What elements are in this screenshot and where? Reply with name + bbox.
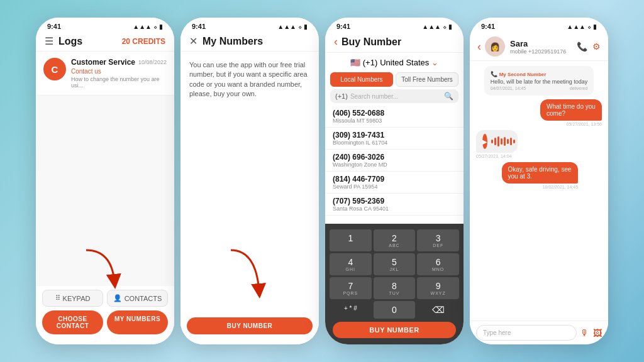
choose-contact-button[interactable]: CHOOSE CONTACT (42, 310, 103, 334)
contacts-btn[interactable]: 👤 CONTACTS (107, 290, 168, 307)
status-bar-3: 9:41 ▲▲▲ ⬦ ▮ (325, 18, 464, 33)
country-name: United States (380, 58, 429, 67)
nav-bar-2: ✕ My Numbers (180, 33, 319, 52)
key-special[interactable]: + * # (330, 301, 372, 319)
phone-1: 9:41 ▲▲▲ ⬦ ▮ ☰ Logs 20 CREDITS C Cus (36, 18, 174, 344)
back-icon-3[interactable]: ‹ (334, 35, 338, 48)
chat-header: ‹ 👩 Sara mobile +12029519176 📞 ⚙ (470, 33, 608, 61)
log-sub: Contact us (71, 68, 167, 75)
msg-left-1: Okay, safe driving, see you at 3. 10/02/… (476, 162, 578, 189)
key-1[interactable]: 1 (330, 229, 372, 251)
play-button[interactable]: ▶ (482, 134, 487, 149)
keypad-btn[interactable]: ⠿ KEYPAD (42, 290, 103, 307)
bottom-icons-row: ⠿ KEYPAD 👤 CONTACTS (42, 290, 168, 307)
number-main-4: (814) 446-7709 (333, 175, 456, 184)
msg-right-bubble-1: What time do you come? (540, 99, 602, 121)
close-icon[interactable]: ✕ (189, 35, 197, 47)
log-avatar: C (43, 58, 66, 80)
number-item-3[interactable]: (240) 696-3026 Washington Zone MD (325, 150, 464, 172)
log-info: Customer Service 10/08/2022 Contact us H… (71, 58, 167, 89)
number-item-2[interactable]: (309) 319-7431 Bloomington IL 61704 (325, 128, 464, 150)
country-selector[interactable]: 🇺🇸 (+1) United States ⌄ (325, 53, 464, 72)
keypad-icon: ⠿ (55, 294, 60, 302)
key-9[interactable]: 9WXYZ (417, 277, 459, 299)
wifi-icon: ⬦ (153, 23, 157, 30)
msg-time-1: 05/27/2021, 13:56 (519, 122, 602, 126)
chat-contact-info: Sara mobile +12029519176 (510, 39, 566, 55)
number-sub-5: Santa Rosa CA 95401 (333, 206, 456, 212)
phone-3: 9:41 ▲▲▲ ⬦ ▮ ‹ Buy Number 🇺🇸 (+1) United… (325, 18, 464, 344)
system-msg-text: Hello, will be late for the meeting toda… (491, 79, 588, 85)
search-input[interactable]: Search number... (350, 93, 441, 100)
phone-call-icon[interactable]: 📞 (577, 41, 587, 52)
msg-audio-bubble: ▶ (476, 130, 518, 153)
number-sub-3: Washington Zone MD (333, 162, 456, 168)
key-7[interactable]: 7PQRS (330, 277, 372, 299)
time-1: 9:41 (47, 23, 61, 30)
bottom-buttons-1: ⠿ KEYPAD 👤 CONTACTS CHOOSE CONTACT MY NU… (36, 286, 174, 344)
number-main-5: (707) 595-2369 (333, 197, 456, 206)
number-main-3: (240) 696-3026 (333, 153, 456, 162)
log-date: 10/08/2022 (138, 59, 167, 65)
msg-right-1: What time do you come? 05/27/2021, 13:56 (519, 99, 602, 126)
nav-bar-1: ☰ Logs 20 CREDITS (36, 33, 174, 52)
hamburger-icon[interactable]: ☰ (45, 35, 53, 47)
key-3[interactable]: 3DEF (417, 229, 459, 251)
tabs-row: Local Numbers Toll Free Numbers (325, 72, 464, 87)
key-8[interactable]: 8TUV (374, 277, 416, 299)
key-6[interactable]: 6MNO (417, 253, 459, 275)
nav-title-2: My Numbers (203, 36, 263, 47)
settings-icon[interactable]: ⚙ (592, 41, 601, 52)
msg-time-2: 05/27/2021, 14:04 (476, 154, 531, 158)
number-item-5[interactable]: (707) 595-2369 Santa Rosa CA 95401 (325, 194, 464, 216)
number-list: (406) 552-0688 Missoula MT 59803 (309) 3… (325, 106, 464, 224)
status-bar-1: 9:41 ▲▲▲ ⬦ ▮ (36, 18, 174, 33)
keypad-overlay: 1 2ABC 3DEF 4GHI 5JKL 6MNO 7PQRS 8TUV 9W… (325, 224, 464, 344)
msg-audio: ▶ 05/27/2021, 14:04 (476, 130, 531, 158)
bottom-action-row: CHOOSE CONTACT MY NUMBERS (42, 310, 168, 334)
status-icons-1: ▲▲▲ ⬦ ▮ (133, 23, 163, 30)
status-bar-2: 9:41 ▲▲▲ ⬦ ▮ (180, 18, 319, 33)
time-2: 9:41 (192, 23, 206, 30)
tab-toll-free[interactable]: Toll Free Numbers (396, 72, 458, 87)
mic-icon[interactable]: 🎙 (580, 328, 589, 338)
phone-4: 9:41 ▲▲▲ ⬦ ▮ ‹ 👩 Sara mobile +1202951917… (470, 18, 608, 344)
signal-icon: ▲▲▲ (133, 23, 152, 30)
p2-bottom: BUY NUMBER (180, 314, 319, 344)
time-4: 9:41 (481, 23, 495, 30)
chat-name: Sara (510, 39, 566, 48)
key-0[interactable]: 0 (374, 301, 416, 319)
chat-input[interactable]: Type here (476, 325, 577, 341)
key-5[interactable]: 5JKL (374, 253, 416, 275)
contacts-icon: 👤 (113, 294, 122, 302)
buy-number-button-2[interactable]: BUY NUMBER (187, 317, 313, 334)
key-backspace[interactable]: ⌫ (417, 301, 459, 319)
chat-number: mobile +12029519176 (510, 48, 566, 55)
image-icon[interactable]: 🖼 (593, 328, 602, 338)
audio-wave (491, 135, 515, 148)
time-3: 9:41 (336, 23, 350, 30)
system-msg-label: 📞 My Second Number (491, 71, 588, 77)
number-sub-2: Bloomington IL 61704 (333, 140, 456, 146)
key-2[interactable]: 2ABC (374, 229, 416, 251)
number-sub-1: Missoula MT 59803 (333, 118, 456, 124)
number-item-4[interactable]: (814) 446-7709 Seward PA 15954 (325, 172, 464, 194)
back-icon-4[interactable]: ‹ (477, 40, 481, 53)
number-item-1[interactable]: (406) 552-0688 Missoula MT 59803 (325, 106, 464, 128)
search-prefix: (+1) (335, 92, 348, 100)
chevron-down-icon: ⌄ (431, 58, 438, 67)
buy-number-button-3[interactable]: BUY NUMBER (333, 322, 456, 338)
search-icon: 🔍 (444, 92, 453, 101)
chat-messages: 📞 My Second Number Hello, will be late f… (470, 61, 608, 321)
log-item-1[interactable]: C Customer Service 10/08/2022 Contact us… (36, 52, 174, 96)
my-numbers-button[interactable]: MY NUMBERS (107, 310, 168, 334)
tab-local[interactable]: Local Numbers (330, 72, 393, 87)
status-icons-2: ▲▲▲ ⬦ ▮ (277, 23, 308, 30)
battery-icon: ▮ (159, 23, 163, 30)
msg-right-bubble-2: Okay, safe driving, see you at 3. (502, 162, 579, 184)
number-main-1: (406) 552-0688 (333, 109, 456, 118)
phone-2: 9:41 ▲▲▲ ⬦ ▮ ✕ My Numbers You can use th… (180, 18, 319, 344)
key-4[interactable]: 4GHI (330, 253, 372, 275)
country-code: (+1) (363, 58, 377, 67)
p2-description: You can use the app with our free trial … (189, 60, 310, 99)
